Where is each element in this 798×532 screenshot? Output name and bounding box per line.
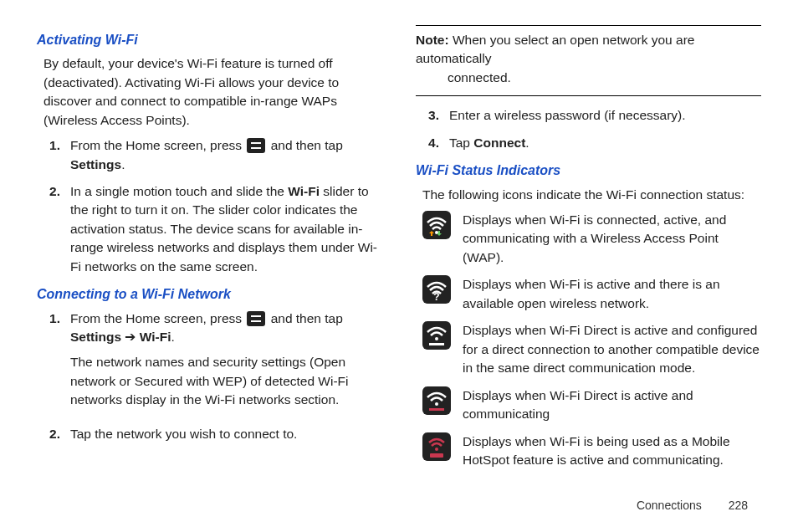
wifi-direct-configured-icon bbox=[422, 321, 451, 350]
text-bold: Wi-Fi bbox=[140, 330, 171, 344]
list-item: 3. Enter a wireless password (if necessa… bbox=[422, 106, 761, 125]
step-number: 1. bbox=[43, 309, 60, 417]
text-fragment: and then tap bbox=[267, 138, 343, 152]
step-number: 2. bbox=[43, 425, 60, 443]
wifi-connected-icon bbox=[422, 211, 451, 239]
status-description: Displays when Wi-Fi is active and there … bbox=[463, 275, 761, 313]
list-item: 1. From the Home screen, press and then … bbox=[43, 136, 382, 174]
list-connecting-wifi: 1. From the Home screen, press and then … bbox=[43, 309, 382, 444]
step-text: From the Home screen, press and then tap… bbox=[70, 309, 382, 417]
text-fragment: From the Home screen, press bbox=[70, 311, 245, 325]
status-item: Displays when Wi-Fi is being used as a M… bbox=[422, 432, 761, 470]
heading-connecting-wifi: Connecting to a Wi-Fi Network bbox=[37, 284, 382, 304]
note-text: When you select an open network you are … bbox=[416, 33, 694, 65]
text-fragment: . bbox=[121, 157, 125, 171]
svg-rect-5 bbox=[429, 408, 444, 411]
status-item: ? Displays when Wi-Fi is active and ther… bbox=[422, 275, 761, 313]
step-text: From the Home screen, press and then tap… bbox=[70, 136, 382, 174]
intro-status-indicators: The following icons indicate the Wi-Fi c… bbox=[422, 186, 761, 204]
wifi-direct-active-icon bbox=[422, 386, 451, 415]
status-item: Displays when Wi-Fi Direct is active and… bbox=[422, 321, 761, 377]
text-bold: Settings bbox=[70, 157, 121, 171]
step-text: Enter a wireless password (if necessary)… bbox=[449, 106, 761, 125]
list-connecting-continued: 3. Enter a wireless password (if necessa… bbox=[422, 106, 761, 152]
wifi-open-available-icon: ? bbox=[422, 275, 451, 304]
step-text: Tap Connect. bbox=[449, 134, 761, 152]
list-item: 4. Tap Connect. bbox=[422, 134, 761, 152]
text-bold: Settings bbox=[70, 330, 121, 344]
text-bold: Connect bbox=[473, 136, 525, 150]
note-text-line2: connected. bbox=[448, 69, 761, 87]
footer-page-number: 228 bbox=[729, 499, 748, 512]
step-number: 3. bbox=[422, 106, 439, 125]
text-fragment: In a single motion touch and slide the bbox=[70, 184, 288, 198]
heading-activating-wifi: Activating Wi-Fi bbox=[37, 30, 382, 49]
footer-section-label: Connections bbox=[637, 499, 702, 512]
svg-point-2 bbox=[435, 337, 438, 340]
text-bold: Wi-Fi bbox=[288, 184, 320, 198]
note-block: Note: When you select an open network yo… bbox=[416, 25, 761, 96]
step-number: 4. bbox=[422, 134, 439, 152]
list-item: 2. In a single motion touch and slide th… bbox=[43, 182, 382, 276]
status-description: Displays when Wi-Fi is being used as a M… bbox=[463, 432, 761, 470]
step-number: 2. bbox=[43, 182, 60, 276]
left-column: Activating Wi-Fi By default, your device… bbox=[37, 25, 382, 478]
status-description: Displays when Wi-Fi is connected, active… bbox=[463, 211, 761, 267]
arrow-icon: ➔ bbox=[121, 330, 140, 344]
list-activating-wifi: 1. From the Home screen, press and then … bbox=[43, 136, 382, 276]
status-item: Displays when Wi-Fi Direct is active and… bbox=[422, 386, 761, 424]
step-text: Tap the network you wish to connect to. bbox=[70, 425, 382, 443]
text-fragment: The network names and security settings … bbox=[70, 353, 382, 409]
menu-icon bbox=[247, 311, 265, 326]
svg-point-6 bbox=[435, 448, 438, 451]
text-fragment: Tap bbox=[449, 136, 473, 150]
svg-rect-3 bbox=[429, 343, 444, 345]
step-text: In a single motion touch and slide the W… bbox=[70, 182, 382, 276]
page-columns: Activating Wi-Fi By default, your device… bbox=[37, 25, 761, 478]
status-item: Displays when Wi-Fi is connected, active… bbox=[422, 211, 761, 267]
text-fragment: and then tap bbox=[267, 311, 343, 325]
wifi-hotspot-icon bbox=[422, 432, 451, 461]
menu-icon bbox=[247, 138, 265, 153]
page-footer: Connections 228 bbox=[637, 497, 748, 514]
text-fragment: . bbox=[171, 330, 175, 344]
status-indicator-list: Displays when Wi-Fi is connected, active… bbox=[422, 211, 761, 470]
note-label: Note: bbox=[416, 33, 449, 47]
list-item: 2. Tap the network you wish to connect t… bbox=[43, 425, 382, 443]
list-item: 1. From the Home screen, press and then … bbox=[43, 309, 382, 417]
intro-activating-wifi: By default, your device's Wi-Fi feature … bbox=[43, 54, 382, 130]
svg-rect-7 bbox=[430, 453, 443, 458]
text-fragment: From the Home screen, press bbox=[70, 138, 245, 152]
heading-status-indicators: Wi-Fi Status Indicators bbox=[416, 161, 761, 180]
step-number: 1. bbox=[43, 136, 60, 174]
svg-text:?: ? bbox=[433, 291, 439, 303]
right-column: Note: When you select an open network yo… bbox=[416, 25, 761, 478]
svg-point-4 bbox=[435, 402, 438, 406]
text-fragment: . bbox=[525, 136, 529, 150]
status-description: Displays when Wi-Fi Direct is active and… bbox=[463, 321, 761, 377]
status-description: Displays when Wi-Fi Direct is active and… bbox=[463, 386, 761, 424]
